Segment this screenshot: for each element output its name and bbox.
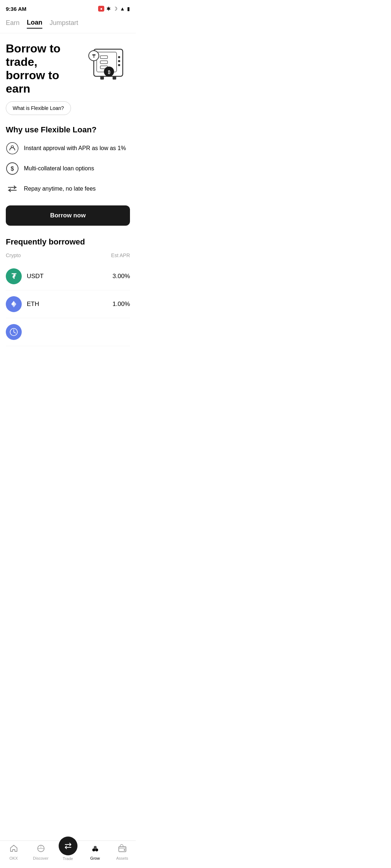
flexible-loan-button[interactable]: What is Flexible Loan? [6, 101, 71, 115]
borrow-now-button[interactable]: Borrow now [6, 205, 130, 226]
wifi-icon: ▲ [120, 6, 125, 12]
tab-earn[interactable]: Earn [6, 19, 20, 28]
frequently-borrowed-section: Frequently borrowed Crypto Est APR ₮ USD… [6, 237, 130, 346]
record-icon: ● [98, 6, 104, 12]
eth-name: ETH [27, 301, 39, 308]
feature-text-instant: Instant approval with APR as low as 1% [24, 145, 126, 152]
crypto-row-usdt[interactable]: ₮ USDT 3.00% [6, 263, 130, 290]
usdt-apr: 3.00% [113, 273, 130, 280]
status-time: 9:36 AM [6, 6, 26, 12]
feature-item-collateral: $ Multi-collateral loan options [6, 162, 130, 175]
hero-illustration: ₸ ₿ [83, 42, 130, 82]
tab-loan[interactable]: Loan [27, 19, 42, 29]
svg-rect-13 [113, 76, 116, 80]
crypto-left-usdt: ₮ USDT [6, 268, 43, 284]
svg-text:₿: ₿ [108, 70, 110, 75]
crypto-left-partial [6, 324, 22, 340]
partial-icon [6, 324, 22, 340]
repay-icon [6, 182, 19, 195]
eth-icon [6, 296, 22, 312]
dollar-circle-icon: $ [6, 162, 19, 175]
hands-icon [6, 142, 19, 155]
svg-text:$: $ [11, 166, 14, 172]
freq-section-title: Frequently borrowed [6, 237, 130, 247]
feature-text-collateral: Multi-collateral loan options [24, 165, 94, 172]
status-icons: ● ✱ ☽ ▲ ▮ [98, 6, 130, 12]
svg-text:₸: ₸ [92, 54, 96, 59]
svg-point-6 [118, 60, 120, 62]
eth-apr: 1.00% [113, 301, 130, 308]
why-section: Why use Flexible Loan? Instant approval … [6, 125, 130, 237]
feature-list: Instant approval with APR as low as 1% $… [6, 142, 130, 195]
svg-point-14 [7, 142, 18, 154]
feature-item-instant: Instant approval with APR as low as 1% [6, 142, 130, 155]
crypto-row-partial[interactable] [6, 318, 130, 346]
battery-icon: ▮ [127, 6, 130, 12]
usdt-name: USDT [27, 273, 43, 280]
tab-jumpstart[interactable]: Jumpstart [50, 19, 78, 28]
svg-point-7 [118, 64, 120, 66]
feature-text-repay: Repay anytime, no late fees [24, 186, 96, 192]
svg-point-5 [118, 56, 120, 58]
svg-rect-3 [100, 61, 108, 64]
nav-tabs: Earn Loan Jumpstart [0, 16, 136, 33]
col-crypto: Crypto [6, 252, 21, 258]
svg-rect-12 [100, 76, 104, 80]
crypto-left-eth: ETH [6, 296, 39, 312]
hero-section: Borrow to trade, borrow to earn What is … [6, 42, 130, 115]
svg-rect-2 [100, 56, 108, 59]
table-header: Crypto Est APR [6, 252, 130, 258]
moon-icon: ☽ [113, 6, 118, 12]
crypto-list: ₮ USDT 3.00% [6, 263, 130, 346]
crypto-row-eth[interactable]: ETH 1.00% [6, 290, 130, 318]
main-content: Borrow to trade, borrow to earn What is … [0, 33, 136, 387]
hero-text: Borrow to trade, borrow to earn What is … [6, 42, 83, 115]
why-section-title: Why use Flexible Loan? [6, 125, 130, 135]
bluetooth-icon: ✱ [106, 6, 111, 12]
status-bar: 9:36 AM ● ✱ ☽ ▲ ▮ [0, 0, 136, 16]
col-apr: Est APR [111, 252, 130, 258]
feature-item-repay: Repay anytime, no late fees [6, 182, 130, 195]
hero-heading: Borrow to trade, borrow to earn [6, 42, 83, 95]
usdt-icon: ₮ [6, 268, 22, 284]
